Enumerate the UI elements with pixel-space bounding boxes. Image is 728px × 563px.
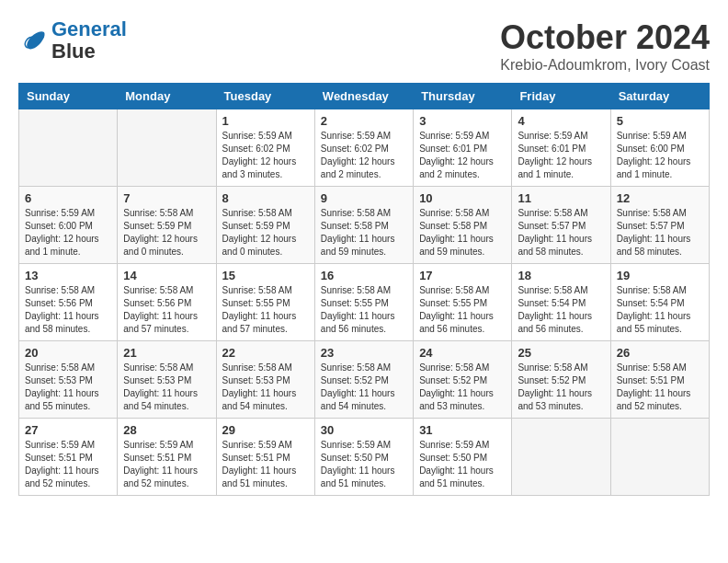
day-number: 25 xyxy=(518,346,604,360)
day-number: 31 xyxy=(419,423,506,437)
day-number: 16 xyxy=(321,269,407,282)
logo-bird-icon xyxy=(18,30,48,51)
day-info: Sunrise: 5:58 AM Sunset: 5:57 PM Dayligh… xyxy=(617,207,703,259)
day-number: 19 xyxy=(617,269,703,282)
calendar-cell: 24Sunrise: 5:58 AM Sunset: 5:52 PM Dayli… xyxy=(414,341,512,419)
calendar-cell: 5Sunrise: 5:59 AM Sunset: 6:00 PM Daylig… xyxy=(610,109,709,187)
day-number: 4 xyxy=(518,114,604,128)
calendar-cell: 10Sunrise: 5:58 AM Sunset: 5:58 PM Dayli… xyxy=(414,187,512,264)
calendar-cell: 4Sunrise: 5:59 AM Sunset: 6:01 PM Daylig… xyxy=(512,109,610,187)
day-number: 29 xyxy=(222,423,309,437)
calendar-cell xyxy=(19,109,118,187)
day-info: Sunrise: 5:58 AM Sunset: 5:58 PM Dayligh… xyxy=(419,207,506,259)
day-info: Sunrise: 5:59 AM Sunset: 5:51 PM Dayligh… xyxy=(222,439,309,490)
day-info: Sunrise: 5:59 AM Sunset: 5:51 PM Dayligh… xyxy=(123,439,210,490)
day-number: 2 xyxy=(321,114,407,128)
calendar-cell: 16Sunrise: 5:58 AM Sunset: 5:55 PM Dayli… xyxy=(314,264,413,341)
calendar-cell: 2Sunrise: 5:59 AM Sunset: 6:02 PM Daylig… xyxy=(314,109,413,187)
day-info: Sunrise: 5:58 AM Sunset: 5:52 PM Dayligh… xyxy=(321,362,407,413)
day-info: Sunrise: 5:58 AM Sunset: 5:57 PM Dayligh… xyxy=(518,207,604,259)
calendar-cell: 31Sunrise: 5:59 AM Sunset: 5:50 PM Dayli… xyxy=(414,419,512,496)
day-info: Sunrise: 5:59 AM Sunset: 6:01 PM Dayligh… xyxy=(518,130,604,181)
calendar-cell xyxy=(610,419,709,496)
weekday-header-row: SundayMondayTuesdayWednesdayThursdayFrid… xyxy=(19,84,710,109)
calendar-cell xyxy=(512,419,610,496)
day-number: 10 xyxy=(419,191,506,205)
day-info: Sunrise: 5:59 AM Sunset: 6:00 PM Dayligh… xyxy=(25,207,111,259)
calendar-cell: 17Sunrise: 5:58 AM Sunset: 5:55 PM Dayli… xyxy=(414,264,512,341)
weekday-header-tuesday: Tuesday xyxy=(216,84,314,109)
page-header: GeneralBlue October 2024 Krebio-Adoumkro… xyxy=(18,18,710,74)
calendar-week-4: 20Sunrise: 5:58 AM Sunset: 5:53 PM Dayli… xyxy=(19,341,710,419)
day-number: 7 xyxy=(123,191,210,205)
calendar-cell: 9Sunrise: 5:58 AM Sunset: 5:58 PM Daylig… xyxy=(314,187,413,264)
calendar-week-5: 27Sunrise: 5:59 AM Sunset: 5:51 PM Dayli… xyxy=(19,419,710,496)
calendar-cell: 28Sunrise: 5:59 AM Sunset: 5:51 PM Dayli… xyxy=(118,419,216,496)
day-info: Sunrise: 5:58 AM Sunset: 5:52 PM Dayligh… xyxy=(518,362,604,413)
day-info: Sunrise: 5:58 AM Sunset: 5:56 PM Dayligh… xyxy=(123,284,210,336)
day-info: Sunrise: 5:59 AM Sunset: 5:50 PM Dayligh… xyxy=(321,439,407,490)
calendar-cell: 19Sunrise: 5:58 AM Sunset: 5:54 PM Dayli… xyxy=(610,264,709,341)
day-info: Sunrise: 5:58 AM Sunset: 5:54 PM Dayligh… xyxy=(617,284,703,336)
logo-text: GeneralBlue xyxy=(51,17,127,63)
calendar-cell: 3Sunrise: 5:59 AM Sunset: 6:01 PM Daylig… xyxy=(414,109,512,187)
day-number: 18 xyxy=(518,269,604,282)
day-number: 8 xyxy=(222,191,309,205)
day-number: 30 xyxy=(321,423,407,437)
calendar-week-1: 1Sunrise: 5:59 AM Sunset: 6:02 PM Daylig… xyxy=(19,109,710,187)
day-number: 21 xyxy=(123,346,210,360)
logo: GeneralBlue xyxy=(18,18,127,63)
weekday-header-sunday: Sunday xyxy=(19,84,118,109)
day-number: 11 xyxy=(518,191,604,205)
calendar-cell: 29Sunrise: 5:59 AM Sunset: 5:51 PM Dayli… xyxy=(216,419,314,496)
calendar-cell: 11Sunrise: 5:58 AM Sunset: 5:57 PM Dayli… xyxy=(512,187,610,264)
calendar-subtitle: Krebio-Adoumkrom, Ivory Coast xyxy=(500,57,710,74)
day-number: 12 xyxy=(617,191,703,205)
calendar-week-2: 6Sunrise: 5:59 AM Sunset: 6:00 PM Daylig… xyxy=(19,187,710,264)
day-number: 17 xyxy=(419,269,506,282)
title-block: October 2024 Krebio-Adoumkrom, Ivory Coa… xyxy=(500,18,710,74)
day-number: 24 xyxy=(419,346,506,360)
day-number: 1 xyxy=(222,114,309,128)
weekday-header-thursday: Thursday xyxy=(414,84,512,109)
calendar-cell: 21Sunrise: 5:58 AM Sunset: 5:53 PM Dayli… xyxy=(118,341,216,419)
day-info: Sunrise: 5:58 AM Sunset: 5:59 PM Dayligh… xyxy=(222,207,309,259)
calendar-cell: 1Sunrise: 5:59 AM Sunset: 6:02 PM Daylig… xyxy=(216,109,314,187)
day-number: 3 xyxy=(419,114,506,128)
calendar-cell: 13Sunrise: 5:58 AM Sunset: 5:56 PM Dayli… xyxy=(19,264,118,341)
day-info: Sunrise: 5:58 AM Sunset: 5:55 PM Dayligh… xyxy=(222,284,309,336)
day-info: Sunrise: 5:58 AM Sunset: 5:53 PM Dayligh… xyxy=(25,362,111,413)
day-info: Sunrise: 5:59 AM Sunset: 6:02 PM Dayligh… xyxy=(321,130,407,181)
calendar-title: October 2024 xyxy=(500,18,710,57)
calendar-cell: 26Sunrise: 5:58 AM Sunset: 5:51 PM Dayli… xyxy=(610,341,709,419)
weekday-header-friday: Friday xyxy=(512,84,610,109)
day-info: Sunrise: 5:58 AM Sunset: 5:59 PM Dayligh… xyxy=(123,207,210,259)
calendar-cell: 20Sunrise: 5:58 AM Sunset: 5:53 PM Dayli… xyxy=(19,341,118,419)
calendar-cell: 18Sunrise: 5:58 AM Sunset: 5:54 PM Dayli… xyxy=(512,264,610,341)
calendar-cell: 8Sunrise: 5:58 AM Sunset: 5:59 PM Daylig… xyxy=(216,187,314,264)
day-info: Sunrise: 5:58 AM Sunset: 5:58 PM Dayligh… xyxy=(321,207,407,259)
day-number: 14 xyxy=(123,269,210,282)
day-number: 22 xyxy=(222,346,309,360)
calendar-cell: 6Sunrise: 5:59 AM Sunset: 6:00 PM Daylig… xyxy=(19,187,118,264)
calendar-cell: 14Sunrise: 5:58 AM Sunset: 5:56 PM Dayli… xyxy=(118,264,216,341)
weekday-header-monday: Monday xyxy=(118,84,216,109)
day-info: Sunrise: 5:58 AM Sunset: 5:56 PM Dayligh… xyxy=(25,284,111,336)
day-info: Sunrise: 5:59 AM Sunset: 6:00 PM Dayligh… xyxy=(617,130,703,181)
calendar-table: SundayMondayTuesdayWednesdayThursdayFrid… xyxy=(18,83,710,496)
day-info: Sunrise: 5:58 AM Sunset: 5:55 PM Dayligh… xyxy=(321,284,407,336)
calendar-cell: 22Sunrise: 5:58 AM Sunset: 5:53 PM Dayli… xyxy=(216,341,314,419)
calendar-cell: 27Sunrise: 5:59 AM Sunset: 5:51 PM Dayli… xyxy=(19,419,118,496)
calendar-cell xyxy=(118,109,216,187)
day-number: 15 xyxy=(222,269,309,282)
calendar-cell: 23Sunrise: 5:58 AM Sunset: 5:52 PM Dayli… xyxy=(314,341,413,419)
day-number: 13 xyxy=(25,269,111,282)
weekday-header-wednesday: Wednesday xyxy=(314,84,413,109)
calendar-cell: 12Sunrise: 5:58 AM Sunset: 5:57 PM Dayli… xyxy=(610,187,709,264)
day-info: Sunrise: 5:59 AM Sunset: 5:50 PM Dayligh… xyxy=(419,439,506,490)
day-info: Sunrise: 5:59 AM Sunset: 6:01 PM Dayligh… xyxy=(419,130,506,181)
calendar-cell: 30Sunrise: 5:59 AM Sunset: 5:50 PM Dayli… xyxy=(314,419,413,496)
calendar-cell: 15Sunrise: 5:58 AM Sunset: 5:55 PM Dayli… xyxy=(216,264,314,341)
day-info: Sunrise: 5:58 AM Sunset: 5:51 PM Dayligh… xyxy=(617,362,703,413)
day-number: 27 xyxy=(25,423,111,437)
